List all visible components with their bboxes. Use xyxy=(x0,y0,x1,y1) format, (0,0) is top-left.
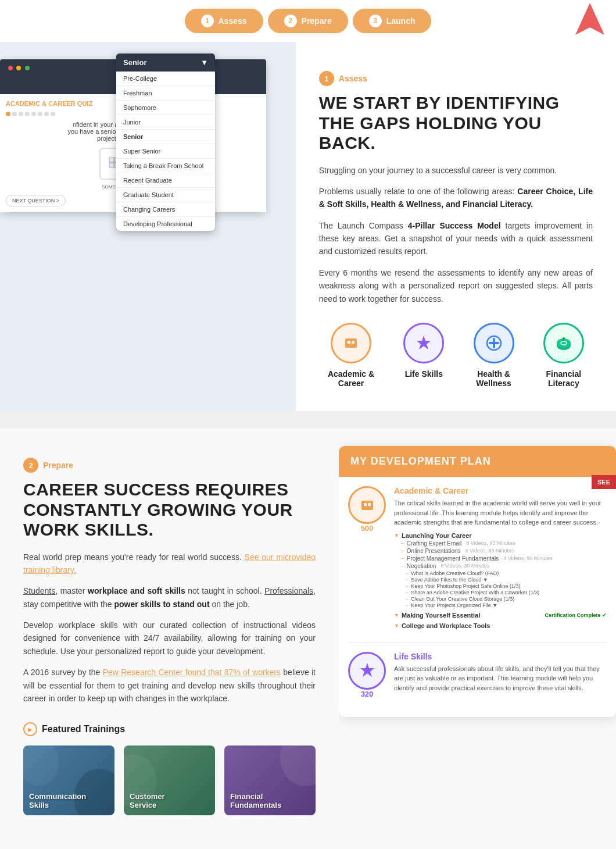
dropdown-item-junior[interactable]: Junior xyxy=(116,115,215,130)
svg-rect-3 xyxy=(109,163,114,167)
dropdown-item-gradstudent[interactable]: Graduate Student xyxy=(116,188,215,202)
dev-plan-lifeskills-title: Life Skills xyxy=(394,652,607,661)
subitem-email[interactable]: Crafting Expert Email 8 Videos, 93 Minut… xyxy=(394,540,607,547)
dot8 xyxy=(51,112,55,116)
training-label-3: FinancialFundamentals xyxy=(224,786,287,815)
pillar-health-label: Health &Wellness xyxy=(476,369,511,388)
group-launching-title[interactable]: Launching Your Career xyxy=(394,532,607,539)
svg-marker-13 xyxy=(417,336,431,349)
group-tools-title[interactable]: College and Workplace Tools xyxy=(394,622,607,629)
training-card-communication[interactable]: CommunicationSkills xyxy=(23,745,114,815)
group-tools: College and Workplace Tools xyxy=(394,622,607,629)
dev-plan-academic-points: 500 xyxy=(361,524,374,533)
dev-plan-header: MY DEVELOPMENT PLAN xyxy=(339,446,616,477)
featured-trainings-title: ▶ Featured Trainings xyxy=(23,722,316,736)
dropdown-item-sophomore[interactable]: Sophomore xyxy=(116,101,215,115)
students-link[interactable]: Students xyxy=(23,586,55,595)
dropdown-item-senior[interactable]: Senior xyxy=(116,130,215,144)
prepare-section: 2 Prepare CAREER SUCCESS REQUIRES CONSTA… xyxy=(0,429,616,849)
dev-plan-academic-section: 500 Academic & Career The critical skill… xyxy=(348,486,607,633)
nav-step-prepare[interactable]: 2 Prepare xyxy=(268,9,348,33)
sublink-4[interactable]: Share an Adobe Creative Project With a C… xyxy=(394,590,607,595)
trainings-title-text: Featured Trainings xyxy=(42,724,125,734)
subitem-negotiation[interactable]: Negotiation 6 Videos, 30 Minutes xyxy=(394,563,607,569)
prepare-badge-num: 2 xyxy=(23,458,38,473)
assess-section: ACADEMIC & CAREER QUIZ nfident in your a… xyxy=(0,42,616,411)
svg-marker-29 xyxy=(360,663,374,677)
step2-number: 2 xyxy=(284,15,297,27)
sublink-6[interactable]: Keep Your Projects Organized File ▼ xyxy=(394,602,607,608)
pew-research-link[interactable]: Pew Research Center found that 87% of wo… xyxy=(103,668,281,677)
assess-para1: Struggling on your journey to a successf… xyxy=(319,164,593,177)
assess-right-panel: 1 Assess WE START BY IDENTIFYING THE GAP… xyxy=(296,42,616,411)
dropdown-arrow-icon: ▼ xyxy=(200,58,208,67)
see-button[interactable]: SEE xyxy=(592,475,616,489)
training-label-2: CustomerService xyxy=(124,786,171,815)
pillar-financial: FinancialLiteracy xyxy=(543,323,584,388)
dev-plan-lifeskills-info: Life Skills Ask successful professionals… xyxy=(394,652,607,696)
svg-point-20 xyxy=(563,337,565,340)
step3-label: Launch xyxy=(386,16,416,26)
next-question-button[interactable]: NEXT QUESTION > xyxy=(6,195,66,206)
dev-plan-academic-icon xyxy=(348,486,386,524)
dev-plan-academic-title: Academic & Career xyxy=(394,486,607,495)
assess-badge-text: Assess xyxy=(339,74,367,83)
prepare-para2: Students, master workplace and soft skil… xyxy=(23,584,316,611)
svg-rect-10 xyxy=(345,338,357,348)
dropdown-item-freshman[interactable]: Freshman xyxy=(116,86,215,101)
dev-plan-lifeskills: 320 Life Skills Ask successful professio… xyxy=(348,652,607,698)
training-card-financial[interactable]: FinancialFundamentals xyxy=(224,745,316,815)
sublink-1[interactable]: What is Adobe Creative Cloud? (FAD) xyxy=(394,570,607,576)
pillar-health-icon xyxy=(474,323,514,363)
pillar-academic-icon xyxy=(331,323,371,363)
assess-badge-num: 1 xyxy=(319,71,334,86)
dropdown-item-break[interactable]: Taking a Break From School xyxy=(116,159,215,173)
dev-plan-lifeskills-text: Ask successful professionals about life … xyxy=(394,664,607,693)
svg-rect-28 xyxy=(368,503,371,506)
dropdown-item-changingcareers[interactable]: Changing Careers xyxy=(116,202,215,217)
dropdown-item-devpro[interactable]: Developing Professional xyxy=(116,217,215,231)
training-card-customer[interactable]: CustomerService xyxy=(124,745,215,815)
group-essential: Making Yourself Essential Certification … xyxy=(394,612,607,619)
senior-dropdown[interactable]: Senior ▼ Pre-College Freshman Sophomore … xyxy=(116,53,215,231)
trainings-grid: CommunicationSkills CustomerService Fina… xyxy=(23,745,316,815)
dropdown-item-precollege[interactable]: Pre-College xyxy=(116,72,215,86)
play-icon: ▶ xyxy=(23,722,37,736)
dropdown-item-supersenior[interactable]: Super Senior xyxy=(116,144,215,159)
subitem-pmf[interactable]: Project Management Fundamentals 4 Videos… xyxy=(394,555,607,562)
assess-heading: WE START BY IDENTIFYING THE GAPS HOLDING… xyxy=(319,93,593,154)
nav-step-launch[interactable]: 3 Launch xyxy=(353,9,432,33)
dropdown-item-recentgrad[interactable]: Recent Graduate xyxy=(116,173,215,188)
prepare-right-panel: MY DEVELOPMENT PLAN 500 Academic & Caree… xyxy=(339,429,616,849)
professionals-link[interactable]: Professionals xyxy=(264,586,313,595)
dev-plan-lifeskills-left: 320 xyxy=(348,652,386,698)
dev-plan-academic-info: Academic & Career The critical skills le… xyxy=(394,486,607,633)
assess-para3: The Launch Compass 4-Pillar Success Mode… xyxy=(319,219,593,258)
dev-plan-lifeskills-icon xyxy=(348,652,386,690)
pillar-financial-icon xyxy=(543,323,584,363)
dev-plan-items: Launching Your Career Crafting Expert Em… xyxy=(394,532,607,629)
sublink-3[interactable]: Keep Your Photoshop Project Safe Online … xyxy=(394,583,607,589)
assess-badge: 1 Assess xyxy=(319,71,367,86)
dev-plan-academic-left: 500 xyxy=(348,486,386,533)
svg-rect-26 xyxy=(361,501,373,510)
group-essential-title[interactable]: Making Yourself Essential Certification … xyxy=(394,612,607,619)
svg-rect-11 xyxy=(348,341,350,344)
nav-step-assess[interactable]: 1 Assess xyxy=(185,9,263,33)
prepare-badge-text: Prepare xyxy=(43,461,73,470)
subitem-presentations[interactable]: Online Presentations 6 Videos, 93 Minute… xyxy=(394,548,607,554)
svg-rect-1 xyxy=(109,158,114,162)
sublink-5[interactable]: Clean Out Your Creative Cloud Storage (1… xyxy=(394,596,607,602)
assess-left-panel: ACADEMIC & CAREER QUIZ nfident in your a… xyxy=(0,42,296,411)
dot3 xyxy=(19,112,23,116)
group-launching: Launching Your Career Crafting Expert Em… xyxy=(394,532,607,608)
sublink-2[interactable]: Save Adobe Files to the Cloud ▼ xyxy=(394,577,607,583)
featured-trainings-section: ▶ Featured Trainings CommunicationSkills xyxy=(23,713,316,825)
microvideo-library-link[interactable]: See our microvideo training library. xyxy=(23,552,316,575)
dropdown-header[interactable]: Senior ▼ xyxy=(116,53,215,72)
dot5 xyxy=(31,112,36,116)
svg-rect-27 xyxy=(364,503,367,506)
prepare-badge: 2 Prepare xyxy=(23,458,73,473)
dot1 xyxy=(6,112,10,116)
logo-icon xyxy=(575,3,604,37)
